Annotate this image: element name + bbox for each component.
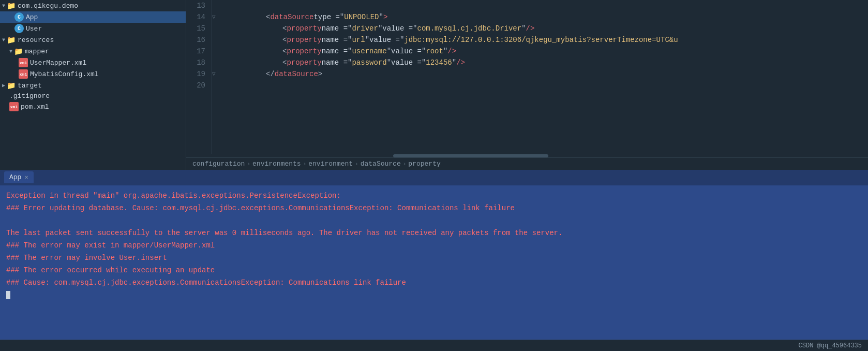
breadcrumb-environment: environment bbox=[308, 160, 353, 168]
breadcrumb-environments: environments bbox=[252, 160, 301, 168]
error-line-6: ### The error may involve User.insert bbox=[6, 252, 862, 264]
terminal-content[interactable]: Exception in thread "main" org.apache.ib… bbox=[0, 185, 868, 340]
chevron-icon: ▼ bbox=[2, 37, 5, 43]
sidebar-item-target[interactable]: ▶ 📁 target bbox=[0, 80, 186, 91]
breadcrumb-sep-1: › bbox=[247, 161, 250, 167]
error-line-2: ### Error updating database. Cause: com.… bbox=[6, 202, 862, 214]
sidebar-item-label: UserMapper.xml bbox=[30, 59, 86, 67]
breadcrumb-sep-4: › bbox=[403, 161, 407, 167]
code-editor[interactable]: 13 14 15 16 17 18 19 20 ▽ ▽ bbox=[186, 0, 868, 154]
status-text: CSDN @qq_45964335 bbox=[799, 342, 862, 349]
error-line-8: ### Cause: com.mysql.cj.jdbc.exceptions.… bbox=[6, 276, 862, 289]
sidebar: ▼ 📁 com.qikegu.demo C App C User ▼ 📁 res… bbox=[0, 0, 186, 170]
sidebar-item-label: target bbox=[18, 82, 42, 90]
breadcrumb-sep-2: › bbox=[303, 161, 307, 167]
terminal-tab-label: App bbox=[9, 173, 21, 181]
folder-icon: 📁 bbox=[6, 35, 16, 45]
code-line-20 bbox=[233, 80, 868, 91]
code-content[interactable]: <dataSource type = "UNPOOLED"> <property… bbox=[225, 0, 868, 154]
sidebar-item-UserMapper[interactable]: xml UserMapper.xml bbox=[0, 57, 186, 68]
sidebar-item-label: App bbox=[26, 13, 38, 21]
tab-close-icon[interactable]: ✕ bbox=[24, 173, 28, 181]
sidebar-item-App[interactable]: C App bbox=[0, 11, 186, 23]
code-line-13 bbox=[233, 0, 868, 11]
code-line-16: <property name = "url" value = "jdbc:mys… bbox=[233, 34, 868, 46]
chevron-icon: ▼ bbox=[9, 49, 12, 54]
sidebar-item-MybatisConfig[interactable]: xml MybatisConfig.xml bbox=[0, 68, 186, 80]
xml-icon: xml bbox=[19, 69, 28, 79]
sidebar-item-pom[interactable]: xml pom.xml bbox=[0, 101, 186, 112]
terminal-panel: App ✕ Exception in thread "main" org.apa… bbox=[0, 170, 868, 340]
sidebar-item-label: MybatisConfig.xml bbox=[30, 70, 99, 78]
class-icon: C bbox=[14, 24, 24, 33]
terminal-tabs: App ✕ bbox=[0, 170, 868, 185]
error-line-7: ### The error occurred while executing a… bbox=[6, 264, 862, 276]
error-line-4: The last packet sent successfully to the… bbox=[6, 227, 862, 239]
breadcrumb: configuration › environments › environme… bbox=[186, 157, 868, 170]
chevron-icon: ▼ bbox=[2, 3, 5, 9]
error-line-5: ### The error may exist in mapper/UserMa… bbox=[6, 239, 862, 252]
error-line-1: Exception in thread "main" org.apache.ib… bbox=[6, 189, 862, 202]
code-line-19: </dataSource> bbox=[233, 68, 868, 80]
editor-area: 13 14 15 16 17 18 19 20 ▽ ▽ bbox=[186, 0, 868, 170]
sidebar-item-User[interactable]: C User bbox=[0, 23, 186, 34]
sidebar-item-label: User bbox=[26, 25, 42, 33]
error-line-3 bbox=[6, 214, 862, 227]
sidebar-item-label: com.qikegu.demo bbox=[18, 2, 78, 10]
folder-icon: 📁 bbox=[13, 47, 23, 56]
chevron-icon: ▶ bbox=[2, 82, 5, 89]
cursor-line bbox=[6, 289, 862, 301]
fold-gutter: ▽ ▽ bbox=[212, 0, 225, 154]
sidebar-item-resources[interactable]: ▼ 📁 resources bbox=[0, 34, 186, 46]
sidebar-item-gitignore[interactable]: .gitignore bbox=[0, 91, 186, 101]
class-icon: C bbox=[14, 12, 24, 22]
horizontal-scrollbar[interactable] bbox=[186, 154, 868, 157]
sidebar-item-label: resources bbox=[18, 36, 54, 44]
folder-icon: 📁 bbox=[6, 81, 16, 90]
xml-icon: xml bbox=[19, 58, 28, 67]
code-line-17: <property name = "username" value = "roo… bbox=[233, 46, 868, 57]
breadcrumb-datasource: dataSource bbox=[361, 160, 401, 168]
terminal-cursor bbox=[6, 291, 10, 299]
code-line-15: <property name = "driver" value = "com.m… bbox=[233, 23, 868, 34]
sidebar-item-label: .gitignore bbox=[9, 92, 50, 100]
code-line-18: <property name = "password" value = "123… bbox=[233, 57, 868, 68]
folder-icon: 📁 bbox=[6, 1, 16, 10]
scrollbar-thumb[interactable] bbox=[393, 154, 548, 157]
sidebar-item-mapper[interactable]: ▼ 📁 mapper bbox=[0, 46, 186, 57]
sidebar-item-label: mapper bbox=[25, 48, 49, 55]
terminal-tab-app[interactable]: App ✕ bbox=[4, 171, 34, 183]
xml-icon: xml bbox=[9, 102, 19, 111]
sidebar-item-label: pom.xml bbox=[21, 103, 49, 111]
sidebar-item-com-qikegu-demo[interactable]: ▼ 📁 com.qikegu.demo bbox=[0, 0, 186, 11]
code-line-14: <dataSource type = "UNPOOLED"> bbox=[233, 11, 868, 23]
breadcrumb-configuration: configuration bbox=[192, 160, 245, 168]
status-bar: CSDN @qq_45964335 bbox=[0, 340, 868, 351]
breadcrumb-sep-3: › bbox=[355, 161, 358, 167]
breadcrumb-property: property bbox=[408, 160, 440, 168]
line-numbers: 13 14 15 16 17 18 19 20 bbox=[186, 0, 212, 154]
